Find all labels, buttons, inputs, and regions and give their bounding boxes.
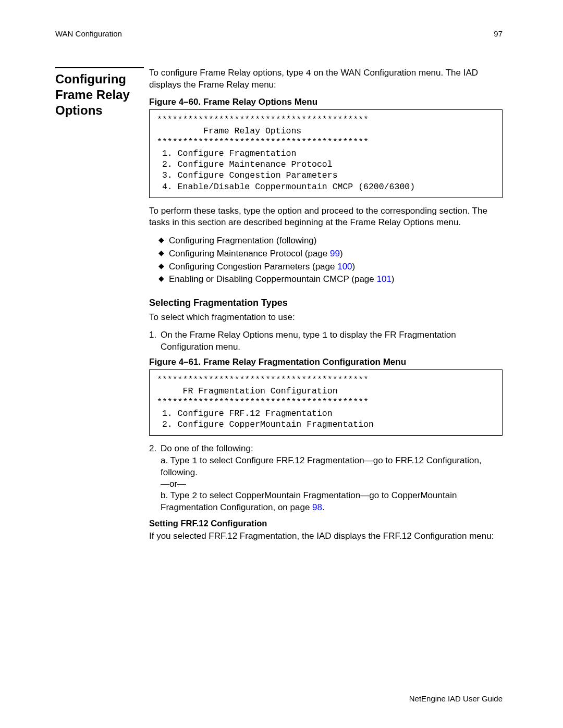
link-page-101[interactable]: 101: [376, 274, 391, 284]
figure-4-60-code: ****************************************…: [149, 109, 503, 198]
figure-4-61-caption: Figure 4–61. Frame Relay Fragmentation C…: [149, 357, 503, 367]
key-1-a: 1: [192, 456, 197, 466]
link-page-100[interactable]: 100: [337, 262, 352, 272]
step-2: 2. Do one of the following: a. Type 1 to…: [149, 443, 503, 513]
subheading-frf12: Setting FRF.12 Configuration: [149, 519, 503, 528]
frag-intro: To select which fragmentation to use:: [149, 312, 503, 323]
subheading-fragmentation-types: Selecting Fragmentation Types: [149, 298, 503, 309]
body-column: To configure Frame Relay options, type 4…: [149, 67, 503, 548]
key-4: 4: [305, 68, 311, 78]
step-2a: a. Type 1 to select Configure FRF.12 Fra…: [161, 455, 503, 478]
figure-4-61-code: ****************************************…: [149, 369, 503, 436]
bullet-congestion: Configuring Congestion Parameters (page …: [158, 261, 503, 274]
after-fig60-paragraph: To perform these tasks, type the option …: [149, 205, 503, 228]
key-2-b: 2: [192, 491, 197, 501]
header-left: WAN Configuration: [55, 29, 122, 38]
frf12-paragraph: If you selected FRF.12 Fragmentation, th…: [149, 530, 503, 542]
step-2-or: —or—: [161, 478, 503, 490]
task-bullet-list: Configuring Fragmentation (following) Co…: [158, 235, 503, 286]
figure-4-60-caption: Figure 4–60. Frame Relay Options Menu: [149, 97, 503, 107]
bullet-cmcp: Enabling or Disabling Coppermountain CMC…: [158, 273, 503, 286]
page-footer: NetEngine IAD User Guide: [409, 694, 503, 703]
step-2b: b. Type 2 to select CopperMountain Fragm…: [161, 490, 503, 513]
link-page-98[interactable]: 98: [312, 502, 322, 512]
header-page-number: 97: [494, 29, 503, 38]
bullet-maintenance: Configuring Maintenance Protocol (page 9…: [158, 248, 503, 261]
bullet-fragmentation: Configuring Fragmentation (following): [158, 235, 503, 248]
key-1: 1: [322, 330, 327, 340]
step-2-lead: Do one of the following:: [161, 443, 503, 454]
step-1: 1. On the Frame Relay Options menu, type…: [149, 329, 503, 353]
link-page-99[interactable]: 99: [330, 249, 340, 258]
intro-paragraph: To configure Frame Relay options, type 4…: [149, 67, 503, 91]
section-heading: Configuring Frame Relay Options: [55, 67, 144, 118]
page-header: WAN Configuration 97: [55, 29, 503, 38]
